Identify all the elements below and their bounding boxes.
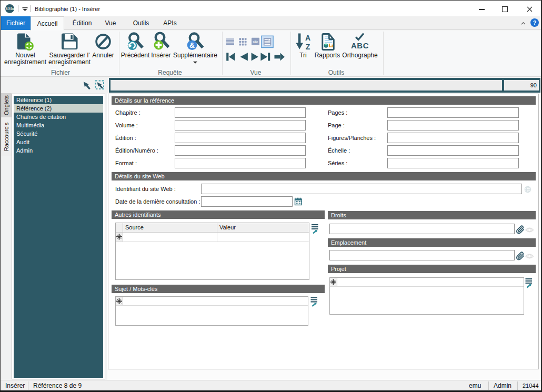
- svg-text:A: A: [305, 34, 310, 42]
- svg-text:Z: Z: [306, 43, 310, 51]
- svg-text:&: &: [189, 41, 195, 49]
- svg-text:</>: </>: [253, 40, 258, 44]
- svg-text:ABC: ABC: [351, 41, 369, 50]
